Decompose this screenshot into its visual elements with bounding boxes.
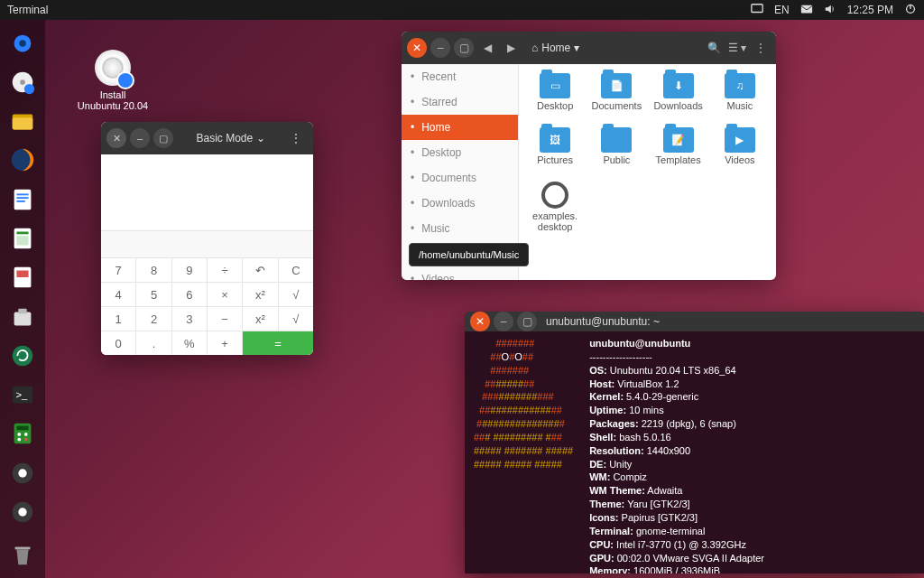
calc-key-sqrt2[interactable]: √ <box>279 307 313 331</box>
gear-icon <box>541 182 568 209</box>
dock-files[interactable] <box>5 104 41 139</box>
sidebar-item-starred[interactable]: •Starred <box>402 89 518 115</box>
folder-icon <box>601 127 632 153</box>
sidebar-item-desktop[interactable]: •Desktop <box>402 140 518 165</box>
sidebar-item-music[interactable]: •Music <box>402 216 518 241</box>
file-item-videos[interactable]: ▶Videos <box>709 127 771 180</box>
file-item-downloads[interactable]: ⬇Downloads <box>648 73 709 126</box>
dock-firefox[interactable] <box>5 143 41 178</box>
files-sidebar: •Recent•Starred•Home•Desktop•Documents•D… <box>402 64 519 280</box>
file-item-documents[interactable]: 📄Documents <box>586 73 647 126</box>
calc-key-8[interactable]: 8 <box>136 258 171 282</box>
svg-text:>_: >_ <box>16 389 29 400</box>
files-view-button[interactable]: ☰ ▾ <box>727 38 747 58</box>
sidebar-item-recent[interactable]: •Recent <box>402 64 518 89</box>
sidebar-item-videos[interactable]: •Videos <box>402 266 518 280</box>
files-pathbar[interactable]: ⌂ Home ▾ <box>524 42 587 54</box>
path-tooltip: /home/unubuntu/Music <box>409 243 529 266</box>
calc-menu-button[interactable]: ⋮ <box>284 126 308 150</box>
clock[interactable]: 12:25 PM <box>847 4 893 16</box>
files-forward-button[interactable]: ▶ <box>501 38 521 58</box>
calc-key-eq[interactable]: = <box>243 331 313 355</box>
term-maximize-button[interactable]: ▢ <box>517 312 537 331</box>
sidebar-item-documents[interactable]: •Documents <box>402 165 518 191</box>
calc-key-7[interactable]: 7 <box>101 258 135 282</box>
term-close-button[interactable]: ✕ <box>470 312 490 331</box>
calc-key-5[interactable]: 5 <box>136 283 171 306</box>
mail-indicator-icon[interactable] <box>800 3 813 18</box>
install-label-1: Install <box>72 89 153 100</box>
file-item-examples-desktop[interactable]: examples. desktop <box>524 182 586 234</box>
language-indicator[interactable]: EN <box>774 4 790 16</box>
dock-terminal[interactable]: >_ <box>5 378 41 413</box>
calc-key-sqrt[interactable]: √ <box>279 283 313 306</box>
dock-installer[interactable] <box>5 64 41 99</box>
info-theme: Theme: Yaru [GTK2/3] <box>589 498 820 511</box>
file-item-public[interactable]: Public <box>586 127 647 180</box>
calc-mode-switcher[interactable]: Basic Mode ⌄ <box>177 132 284 144</box>
dock-impress[interactable] <box>5 260 41 295</box>
dock-updater[interactable] <box>5 338 41 373</box>
files-menu-button[interactable]: ⋮ <box>751 38 771 58</box>
info-icons: Icons: Papirus [GTK2/3] <box>589 511 820 525</box>
calc-key-sub[interactable]: − <box>208 307 242 331</box>
calc-key-undo[interactable]: ↶ <box>243 258 277 282</box>
calc-key-9[interactable]: 9 <box>172 258 207 282</box>
files-headerbar: ✕ – ▢ ◀ ▶ ⌂ Home ▾ 🔍 ☰ ▾ ⋮ <box>402 32 776 64</box>
files-minimize-button[interactable]: – <box>430 38 450 58</box>
calc-key-div[interactable]: ÷ <box>208 258 242 282</box>
svg-rect-21 <box>14 312 32 325</box>
file-item-pictures[interactable]: 🖼Pictures <box>524 127 586 180</box>
calc-history-bar[interactable] <box>101 231 313 258</box>
dock-settings[interactable] <box>5 25 41 61</box>
file-item-music[interactable]: ♫Music <box>709 73 771 126</box>
dock-app-1[interactable] <box>5 455 41 490</box>
dock-trash[interactable] <box>5 537 41 573</box>
files-search-button[interactable]: 🔍 <box>704 38 724 58</box>
desktop-install-icon[interactable]: Install Unubuntu 20.04 <box>72 50 153 111</box>
volume-indicator-icon[interactable] <box>824 3 836 18</box>
calc-maximize-button[interactable]: ▢ <box>153 128 173 148</box>
sidebar-item-home[interactable]: •Home <box>402 115 518 140</box>
desktop-icon: • <box>411 146 414 159</box>
calc-key-mul[interactable]: × <box>208 283 242 306</box>
calc-key-0[interactable]: 0 <box>101 331 135 355</box>
svg-rect-13 <box>16 193 28 195</box>
dock-calc-app[interactable] <box>5 220 41 256</box>
info-memory: Memory: 1600MiB / 3936MiB <box>589 564 820 573</box>
calc-close-button[interactable]: ✕ <box>106 128 126 148</box>
terminal-window: ✕ – ▢ unubuntu@unubuntu: ~ ####### ##O#O… <box>465 312 924 573</box>
calc-key-6[interactable]: 6 <box>172 283 207 306</box>
power-icon[interactable] <box>904 3 917 18</box>
calc-key-4[interactable]: 4 <box>101 283 135 306</box>
calc-key-2[interactable]: 2 <box>136 307 171 331</box>
files-back-button[interactable]: ◀ <box>477 38 497 58</box>
folder-icon: ⬇ <box>663 73 694 98</box>
folder-icon: ▭ <box>540 73 570 98</box>
file-item-templates[interactable]: 📝Templates <box>648 127 709 180</box>
calc-minimize-button[interactable]: – <box>130 128 150 148</box>
calc-key-sq2[interactable]: x² <box>243 307 277 331</box>
files-close-button[interactable]: ✕ <box>407 38 427 58</box>
terminal-headerbar: ✕ – ▢ unubuntu@unubuntu: ~ <box>465 312 924 331</box>
calc-key-add[interactable]: + <box>208 331 242 355</box>
display-indicator-icon[interactable] <box>751 3 763 18</box>
calc-key-3[interactable]: 3 <box>172 307 207 331</box>
file-item-desktop[interactable]: ▭Desktop <box>524 73 586 126</box>
calc-display <box>101 154 313 231</box>
dock-writer[interactable] <box>5 182 41 217</box>
files-maximize-button[interactable]: ▢ <box>454 38 474 58</box>
calc-key-sq[interactable]: x² <box>243 283 277 306</box>
folder-icon: 📄 <box>601 73 632 98</box>
dock-software[interactable] <box>5 299 41 334</box>
calc-key-1[interactable]: 1 <box>101 307 135 331</box>
term-minimize-button[interactable]: – <box>494 312 513 331</box>
sidebar-item-downloads[interactable]: •Downloads <box>402 191 518 216</box>
chevron-down-icon: ▾ <box>574 42 579 54</box>
dock-app-2[interactable] <box>5 494 41 529</box>
calc-key-pct[interactable]: % <box>172 331 207 355</box>
terminal-body[interactable]: ####### ##O#O## ####### ######### ######… <box>465 331 924 573</box>
dock-calculator[interactable] <box>5 416 41 452</box>
calc-key-dot[interactable]: . <box>136 331 171 355</box>
calc-key-clear[interactable]: C <box>279 258 313 282</box>
